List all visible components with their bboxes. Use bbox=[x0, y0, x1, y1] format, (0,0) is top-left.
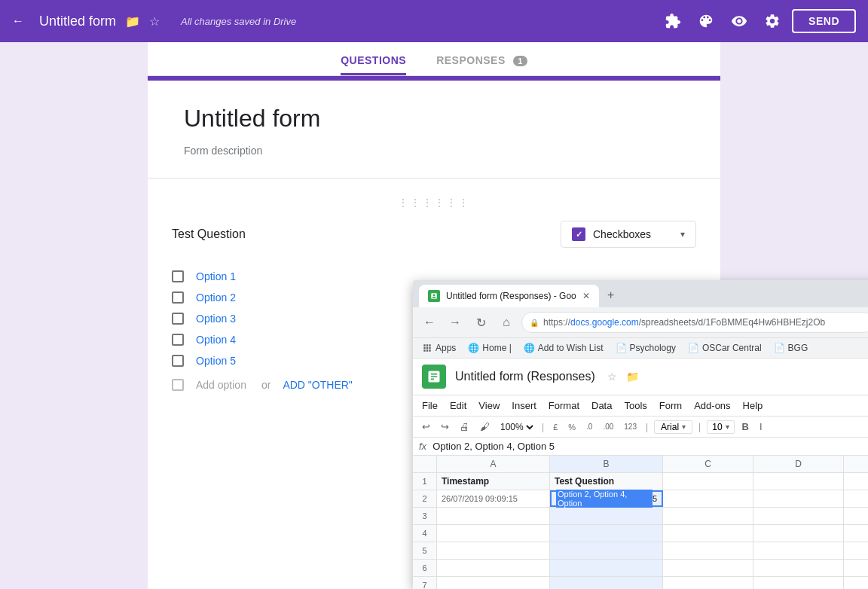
form-description[interactable]: Form description bbox=[184, 145, 684, 157]
row-num-6: 6 bbox=[413, 560, 437, 576]
format-number-button[interactable]: 123 bbox=[621, 421, 640, 432]
row-num-3: 3 bbox=[413, 508, 437, 524]
undo-button[interactable]: ↩ bbox=[419, 420, 433, 434]
puzzle-icon[interactable] bbox=[659, 8, 686, 35]
cell-a5[interactable] bbox=[437, 542, 550, 559]
cell-b4[interactable] bbox=[550, 525, 663, 542]
tab-questions[interactable]: QUESTIONS bbox=[341, 54, 406, 75]
cell-a2[interactable]: 26/07/2019 09:09:15 bbox=[437, 490, 550, 507]
cell-c5[interactable] bbox=[663, 542, 753, 559]
preview-icon[interactable] bbox=[726, 8, 753, 35]
forward-nav-button[interactable]: → bbox=[445, 312, 466, 333]
option-checkbox-3[interactable] bbox=[172, 313, 184, 325]
bgg-bookmark[interactable]: 📄BGG bbox=[771, 341, 811, 355]
menu-data[interactable]: Data bbox=[591, 397, 612, 414]
paint-format-button[interactable]: 🖌 bbox=[477, 420, 493, 434]
tab-responses[interactable]: RESPONSES 1 bbox=[436, 54, 527, 75]
option-checkbox-2[interactable] bbox=[172, 291, 184, 304]
font-size-field[interactable]: 10 ▾ bbox=[707, 420, 734, 434]
back-icon[interactable]: ← bbox=[12, 14, 24, 28]
cell-a3[interactable] bbox=[437, 508, 550, 524]
back-nav-button[interactable]: ← bbox=[419, 312, 440, 333]
print-button[interactable]: 🖨 bbox=[457, 420, 472, 434]
menu-form[interactable]: Form bbox=[659, 397, 682, 414]
cell-d4[interactable] bbox=[753, 525, 844, 542]
menu-tools[interactable]: Tools bbox=[624, 397, 646, 414]
question-title[interactable]: Test Question bbox=[172, 227, 246, 241]
sheet-folder-icon[interactable]: 📁 bbox=[626, 371, 639, 383]
cell-c1[interactable] bbox=[663, 473, 753, 490]
spreadsheet-title[interactable]: Untitled form (Responses) bbox=[455, 370, 595, 383]
wishlist-bookmark[interactable]: 🌐 Add to Wish List bbox=[521, 341, 607, 355]
percent-button[interactable]: % bbox=[565, 421, 579, 433]
menu-view[interactable]: View bbox=[478, 397, 500, 414]
send-button[interactable]: SEND bbox=[792, 9, 856, 33]
cell-a7[interactable] bbox=[437, 577, 550, 589]
menu-format[interactable]: Format bbox=[549, 397, 579, 414]
cell-d3[interactable] bbox=[753, 508, 844, 524]
table-row: 5 bbox=[413, 542, 868, 560]
cell-d2[interactable] bbox=[753, 490, 844, 507]
cell-a1[interactable]: Timestamp bbox=[437, 473, 550, 490]
redo-button[interactable]: ↪ bbox=[438, 420, 452, 434]
sheet-star-icon[interactable]: ☆ bbox=[607, 371, 617, 383]
zoom-selector[interactable]: 100% bbox=[497, 421, 536, 433]
folder-icon[interactable]: 📁 bbox=[125, 14, 140, 29]
cell-b2[interactable]: Option 2, Option 4, Option 5 bbox=[550, 490, 663, 507]
more-format-button[interactable]: I bbox=[756, 420, 766, 434]
menu-insert[interactable]: Insert bbox=[512, 397, 536, 414]
cell-b6[interactable] bbox=[550, 560, 663, 576]
apps-bookmark[interactable]: Apps bbox=[419, 341, 459, 355]
col-a-header[interactable]: A bbox=[437, 456, 550, 472]
currency-button[interactable]: £ bbox=[550, 421, 561, 433]
psychology-bookmark[interactable]: 📄Psychology bbox=[613, 341, 679, 355]
form-main-title[interactable]: Untitled form bbox=[184, 105, 684, 133]
cell-b7[interactable] bbox=[550, 577, 663, 589]
oscar-bookmark[interactable]: 📄OSCar Central bbox=[685, 341, 765, 355]
option-checkbox-1[interactable] bbox=[172, 270, 184, 282]
menu-help[interactable]: Help bbox=[743, 397, 763, 414]
menu-addons[interactable]: Add-ons bbox=[694, 397, 730, 414]
palette-icon[interactable] bbox=[692, 8, 720, 35]
option-label-3: Option 3 bbox=[196, 313, 236, 325]
cell-c3[interactable] bbox=[663, 508, 753, 524]
cell-d5[interactable] bbox=[753, 542, 844, 559]
active-browser-tab[interactable]: Untitled form (Responses) - Goo ✕ bbox=[419, 285, 599, 307]
home-button[interactable]: ⌂ bbox=[496, 312, 517, 333]
home-bookmark[interactable]: 🌐 Home | bbox=[465, 341, 514, 355]
tab-close-button[interactable]: ✕ bbox=[582, 291, 590, 301]
cell-c6[interactable] bbox=[663, 560, 753, 576]
menu-file[interactable]: File bbox=[422, 397, 438, 414]
cell-a4[interactable] bbox=[437, 525, 550, 542]
cell-c2[interactable] bbox=[663, 490, 753, 507]
decimal-more-button[interactable]: .00 bbox=[600, 421, 616, 432]
decimal-less-button[interactable]: .0 bbox=[583, 421, 595, 432]
add-option-label[interactable]: Add option bbox=[196, 379, 246, 391]
add-other-button[interactable]: ADD "OTHER" bbox=[283, 379, 352, 391]
formula-value[interactable]: Option 2, Option 4, Option 5 bbox=[432, 441, 868, 452]
col-b-header[interactable]: B bbox=[550, 456, 663, 472]
cell-d1[interactable] bbox=[753, 473, 844, 490]
question-type-selector[interactable]: Checkboxes ▾ bbox=[561, 221, 696, 248]
cell-d6[interactable] bbox=[753, 560, 844, 576]
option-checkbox-4[interactable] bbox=[172, 334, 184, 346]
refresh-button[interactable]: ↻ bbox=[470, 312, 491, 333]
bold-button[interactable]: B bbox=[739, 420, 752, 434]
option-checkbox-5[interactable] bbox=[172, 355, 184, 367]
topbar-icons: SEND bbox=[659, 8, 856, 35]
col-d-header[interactable]: D bbox=[753, 456, 844, 472]
cell-c4[interactable] bbox=[663, 525, 753, 542]
address-bar[interactable]: 🔒 https://docs.google.com/spreadsheets/d… bbox=[521, 312, 868, 333]
cell-a6[interactable] bbox=[437, 560, 550, 576]
cell-b3[interactable] bbox=[550, 508, 663, 524]
cell-d7[interactable] bbox=[753, 577, 844, 589]
cell-b5[interactable] bbox=[550, 542, 663, 559]
star-icon[interactable]: ☆ bbox=[149, 14, 160, 29]
settings-icon[interactable] bbox=[759, 8, 786, 35]
font-selector[interactable]: Arial ▾ bbox=[654, 420, 692, 434]
new-tab-button[interactable]: + bbox=[601, 285, 622, 306]
cell-b1[interactable]: Test Question bbox=[550, 473, 663, 490]
menu-edit[interactable]: Edit bbox=[450, 397, 466, 414]
cell-c7[interactable] bbox=[663, 577, 753, 589]
col-c-header[interactable]: C bbox=[663, 456, 753, 472]
